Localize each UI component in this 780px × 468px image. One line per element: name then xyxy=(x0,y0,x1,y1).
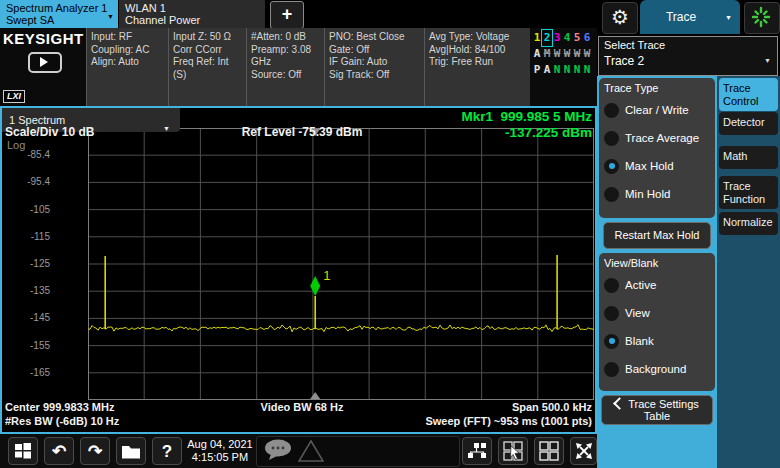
trace-number: 4 xyxy=(562,30,572,46)
busy-indicator-icon xyxy=(744,2,780,34)
trace-detector-letter: N xyxy=(562,62,572,78)
tab-wlan[interactable]: WLAN 1 Channel Power xyxy=(119,0,265,28)
radio-label: Max Hold xyxy=(625,160,674,172)
radio-option-max-hold[interactable]: Max Hold xyxy=(604,152,715,180)
y-tick-label: -115 xyxy=(2,230,50,244)
sweep-label: Sweep (FFT) ~953 ms (1001 pts) xyxy=(425,415,592,427)
center-indicator-bottom-icon xyxy=(310,392,320,399)
sequence-view-button[interactable] xyxy=(462,437,492,465)
chevron-down-icon: ▼ xyxy=(725,14,732,21)
radio-label: View xyxy=(625,307,650,319)
setting-line: Source: Off xyxy=(251,69,320,82)
layout-grid-button[interactable] xyxy=(534,437,564,465)
setting-line: #Atten: 0 dB xyxy=(251,31,320,44)
spectrum-plot: 1 xyxy=(88,128,594,400)
chevron-down-icon: ▼ xyxy=(107,11,114,23)
redo-icon: ↷ xyxy=(88,443,102,460)
setting-line: Preamp: 3.08 GHz xyxy=(251,44,320,69)
trace-type-letter: A xyxy=(532,46,542,62)
view-blank-title: View/Blank xyxy=(604,257,715,269)
windows-start-button[interactable] xyxy=(8,437,38,465)
trace-type-group: Trace Type Clear / WriteTrace AverageMax… xyxy=(599,78,715,218)
side-tab-detector[interactable]: Detector xyxy=(719,112,778,135)
settings-column[interactable]: #Atten: 0 dBPreamp: 3.08 GHzSource: Off xyxy=(246,28,324,106)
fullscreen-button[interactable] xyxy=(570,437,597,465)
select-trace-dropdown[interactable]: Select Trace Trace 2 ▼ xyxy=(598,36,778,76)
trace-type-letter: W xyxy=(582,46,592,62)
grid-icon xyxy=(539,441,559,461)
radio-option-clear-write[interactable]: Clear / Write xyxy=(604,96,715,124)
brand-block: KEYSIGHT LXI xyxy=(0,28,86,106)
trace-legend[interactable]: 123456AMWWWWPANNNN xyxy=(532,30,596,88)
trace-detector-letter: A xyxy=(542,62,552,78)
radio-label: Background xyxy=(625,363,686,375)
y-tick-label: -105 xyxy=(2,203,50,217)
setting-line: IF Gain: Auto xyxy=(329,56,420,69)
side-tab-trace-function[interactable]: Trace Function xyxy=(719,176,778,209)
radio-label: Clear / Write xyxy=(625,104,689,116)
annotation-well xyxy=(256,436,460,467)
tab-spectrum-analyzer[interactable]: Spectrum Analyzer 1 Swept SA ▼ xyxy=(0,0,118,28)
settings-column[interactable]: Input Z: 50 ΩCorr CCorrFreq Ref: Int (S) xyxy=(168,28,246,106)
keysight-logo: KEYSIGHT xyxy=(3,30,84,47)
trace-type-letter: W xyxy=(552,46,562,62)
redo-button[interactable]: ↷ xyxy=(80,437,110,465)
settings-column[interactable]: Avg Type: VoltageAvg|Hold: 84/100Trig: F… xyxy=(424,28,530,106)
trace-number: 1 xyxy=(532,30,542,46)
side-tab-normalize[interactable]: Normalize xyxy=(719,212,778,235)
trace-menu-tab[interactable]: Trace ▼ xyxy=(640,0,740,34)
radio-icon xyxy=(604,334,619,349)
res-bw-label: #Res BW (-6dB) 10 Hz xyxy=(5,415,119,427)
side-tab-trace-control[interactable]: Trace Control xyxy=(719,78,778,111)
help-icon: ? xyxy=(162,443,172,460)
tab-line1: WLAN 1 xyxy=(125,2,251,14)
radio-option-background[interactable]: Background xyxy=(604,355,715,383)
marker-diamond xyxy=(310,276,320,296)
restart-max-hold-button[interactable]: Restart Max Hold xyxy=(603,222,711,249)
side-tab-math[interactable]: Math xyxy=(719,146,778,169)
radio-option-min-hold[interactable]: Min Hold xyxy=(604,180,715,208)
trace-number: 2 xyxy=(542,30,552,46)
radio-icon xyxy=(604,103,619,118)
window-select-button[interactable] xyxy=(498,437,528,465)
tab-line2: Swept SA xyxy=(6,14,104,26)
radio-icon xyxy=(604,278,619,293)
video-bw-label: Video BW 68 Hz xyxy=(152,401,452,413)
gear-icon[interactable]: ⚙ xyxy=(602,2,638,34)
sequence-icon xyxy=(467,442,487,460)
file-button[interactable] xyxy=(116,437,146,465)
radio-icon xyxy=(604,306,619,321)
radio-option-active[interactable]: Active xyxy=(604,271,715,299)
radio-icon xyxy=(604,131,619,146)
help-button[interactable]: ? xyxy=(152,437,182,465)
setting-line: Coupling: AC xyxy=(91,44,164,57)
select-trace-label: Select Trace xyxy=(599,37,777,51)
marker-readout-frequency: Mkr1 999.985 5 MHz xyxy=(461,109,592,124)
trace-settings-table-button[interactable]: Trace Settings Table xyxy=(601,395,713,425)
marker-number-label: 1 xyxy=(323,268,330,283)
setting-line: Avg Type: Voltage xyxy=(429,31,526,44)
trace-type-letter: M xyxy=(542,46,552,62)
setting-line: Input Z: 50 Ω xyxy=(173,31,242,44)
radio-option-blank[interactable]: Blank xyxy=(604,327,715,355)
radio-label: Active xyxy=(625,279,656,291)
setting-line: Sig Track: Off xyxy=(329,69,420,82)
radio-option-trace-average[interactable]: Trace Average xyxy=(604,124,715,152)
undo-button[interactable]: ↶ xyxy=(44,437,74,465)
ref-level-label: Ref Level -75.39 dBm xyxy=(152,125,452,139)
settings-column[interactable]: Input: RFCoupling: ACAlign: Auto xyxy=(86,28,168,106)
radio-option-view[interactable]: View xyxy=(604,299,715,327)
chevron-left-icon xyxy=(613,397,626,410)
settings-column[interactable]: PNO: Best CloseGate: OffIF Gain: AutoSig… xyxy=(324,28,424,106)
trace-type-letter: W xyxy=(562,46,572,62)
settings-header: KEYSIGHT LXI Input: RFCoupling: ACAlign:… xyxy=(0,28,597,106)
log-scale-label: Log xyxy=(7,139,25,151)
y-tick-label: -95.4 xyxy=(2,175,50,189)
y-tick-label: -155 xyxy=(2,339,50,353)
grid-pointer-icon xyxy=(503,441,523,461)
radio-icon xyxy=(604,362,619,377)
radio-icon xyxy=(604,187,619,202)
windows-icon xyxy=(14,442,32,460)
trace-settings-table-label: Trace Settings Table xyxy=(628,398,699,422)
add-screen-button[interactable]: + xyxy=(270,1,304,29)
